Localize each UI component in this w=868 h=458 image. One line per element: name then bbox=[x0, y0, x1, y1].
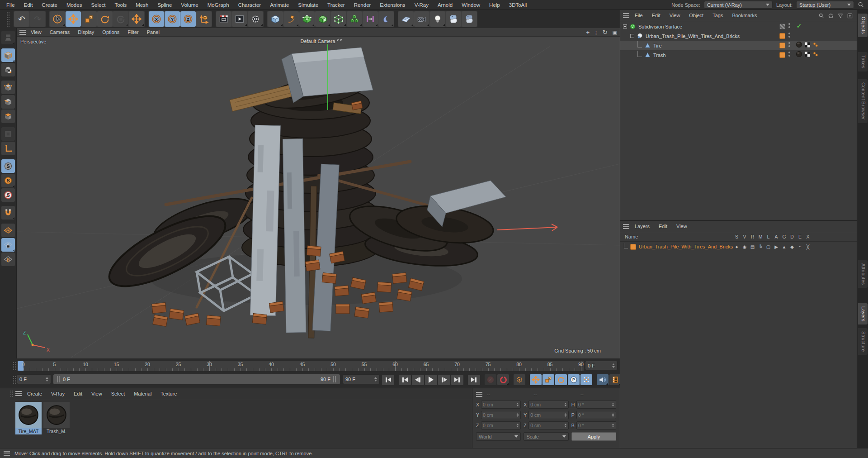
magnet-snap-button[interactable] bbox=[1, 206, 15, 219]
spinner-arrows-icon[interactable] bbox=[612, 413, 614, 417]
record-scale-toggle[interactable] bbox=[542, 374, 554, 385]
spline-primitive-button[interactable] bbox=[378, 11, 394, 27]
object-label[interactable]: Tire bbox=[653, 43, 662, 48]
visibility-dots[interactable] bbox=[788, 33, 790, 38]
undo-button[interactable]: ↶ bbox=[14, 11, 29, 27]
range-start-field[interactable]: 0 F bbox=[17, 374, 51, 384]
visibility-dots[interactable] bbox=[788, 52, 790, 57]
selection-tag-icon[interactable] bbox=[812, 42, 819, 48]
locked-workplane-button[interactable] bbox=[1, 238, 15, 252]
material-menu-v-ray[interactable]: V-Ray bbox=[47, 388, 69, 399]
layer-toggle-a[interactable]: ▶ bbox=[773, 242, 780, 252]
timeline-ruler[interactable]: 051015202530354045505560657075808590 bbox=[17, 360, 584, 372]
layer-chip[interactable] bbox=[779, 43, 785, 48]
render-view-button[interactable] bbox=[216, 11, 231, 27]
move-tool[interactable] bbox=[66, 11, 81, 27]
subdivision-surface-button[interactable] bbox=[299, 11, 315, 27]
filter-icon[interactable] bbox=[837, 13, 844, 19]
goto-end-button[interactable] bbox=[468, 375, 480, 385]
object-manager-menu-edit[interactable]: Edit bbox=[647, 10, 665, 21]
layers-menu-edit[interactable]: Edit bbox=[654, 221, 672, 232]
object-manager-menu-bookmarks[interactable]: Bookmarks bbox=[727, 10, 761, 21]
render-settings-button[interactable] bbox=[248, 11, 263, 27]
sound-button[interactable] bbox=[597, 374, 609, 385]
menu-extensions[interactable]: Extensions bbox=[375, 0, 410, 10]
object-label[interactable]: Urban_Trash_Pile_With_Tires_And_Bricks bbox=[646, 33, 740, 39]
menu-mesh[interactable]: Mesh bbox=[131, 0, 153, 10]
side-tab-takes[interactable]: Takes bbox=[858, 52, 868, 72]
menu-render[interactable]: Render bbox=[349, 0, 376, 10]
side-tab-attributes[interactable]: Attributes bbox=[858, 260, 868, 288]
viewport-menu-filter[interactable]: Filter bbox=[123, 28, 142, 37]
timeline-grip[interactable] bbox=[13, 362, 16, 371]
materials-grip[interactable] bbox=[10, 390, 13, 398]
viewport-canvas[interactable]: Z X Perspective Default Camera Grid Spac… bbox=[17, 37, 620, 358]
coordinate-field-h-2[interactable]: 0 ° bbox=[576, 401, 616, 409]
menu-icon[interactable] bbox=[19, 30, 26, 35]
range-handle-right[interactable] bbox=[333, 376, 336, 382]
menu-simulate[interactable]: Simulate bbox=[293, 0, 323, 10]
render-picture-viewer-button[interactable] bbox=[232, 11, 247, 27]
side-tab-structure[interactable]: Structure bbox=[858, 328, 868, 355]
spinner-arrows-icon[interactable] bbox=[517, 413, 519, 417]
object-row-subdivision-surface[interactable]: Subdivision Surface✓ bbox=[620, 22, 857, 31]
object-row-tire[interactable]: Tire bbox=[620, 41, 857, 50]
menu-mograph[interactable]: MoGraph bbox=[203, 0, 234, 10]
material-item[interactable]: Tire_MAT bbox=[15, 402, 42, 434]
menu-window[interactable]: Window bbox=[457, 0, 485, 10]
layer-chip[interactable] bbox=[779, 24, 785, 29]
next-frame-button[interactable] bbox=[438, 375, 450, 385]
material-menu-view[interactable]: View bbox=[87, 388, 107, 399]
menu-icon[interactable] bbox=[476, 392, 482, 397]
enabled-check-icon[interactable]: ✓ bbox=[797, 23, 802, 29]
menu-animate[interactable]: Animate bbox=[265, 0, 293, 10]
coordinate-field-y-0[interactable]: 0 cm bbox=[481, 411, 521, 419]
preview-range-slider[interactable]: 0 F 90 F bbox=[53, 374, 340, 384]
layout-select[interactable]: Startup (User) bbox=[796, 1, 854, 9]
layer-toggle-l[interactable]: ▢ bbox=[764, 242, 772, 252]
spinner-arrows-icon[interactable] bbox=[517, 403, 519, 406]
make-editable-button[interactable] bbox=[1, 31, 15, 44]
menu-icon[interactable] bbox=[15, 391, 22, 396]
side-tab-content-browser[interactable]: Content Browser bbox=[858, 79, 868, 123]
material-menu-texture[interactable]: Texture bbox=[156, 388, 181, 399]
layers-menu-layers[interactable]: Layers bbox=[630, 221, 654, 232]
layer-row[interactable]: Urban_Trash_Pile_With_Tires_And_Bricks●◉… bbox=[620, 242, 857, 252]
pan-icon[interactable]: + bbox=[586, 29, 590, 36]
play-button[interactable] bbox=[425, 375, 437, 385]
coordinate-field-p-2[interactable]: 0 ° bbox=[576, 411, 616, 419]
spinner-arrows-icon[interactable] bbox=[46, 377, 48, 382]
spinner-arrows-icon[interactable] bbox=[612, 363, 615, 368]
deformer-button[interactable] bbox=[331, 11, 346, 27]
coordinate-field-x-1[interactable]: 0 cm bbox=[528, 401, 568, 409]
range-handle-left[interactable] bbox=[57, 376, 60, 382]
snap-off-button[interactable]: S bbox=[1, 188, 15, 202]
snap-toggle-button[interactable]: S bbox=[1, 159, 15, 173]
object-manager-menu-file[interactable]: File bbox=[630, 10, 647, 21]
transform-mode-select[interactable]: Scale bbox=[524, 432, 568, 441]
menu-icon[interactable] bbox=[4, 451, 10, 456]
range-end-field[interactable]: 90 F bbox=[343, 374, 380, 384]
add-icon[interactable] bbox=[847, 13, 853, 19]
current-frame-field[interactable]: 0 F bbox=[585, 361, 618, 370]
uvw-tag-icon[interactable] bbox=[804, 42, 811, 48]
material-preview[interactable] bbox=[43, 402, 70, 428]
menu-icon[interactable] bbox=[623, 13, 629, 18]
layer-label[interactable]: Urban_Trash_Pile_With_Tires_And_Bricks bbox=[639, 244, 733, 249]
spinner-arrows-icon[interactable] bbox=[517, 424, 519, 427]
side-tab-objects[interactable]: Objects bbox=[858, 14, 868, 37]
apply-button[interactable]: Apply bbox=[571, 432, 616, 441]
menu-arnold[interactable]: Arnold bbox=[433, 0, 457, 10]
menu-spline[interactable]: Spline bbox=[153, 0, 176, 10]
axis-mode-button[interactable] bbox=[1, 142, 15, 155]
toolbar-grip[interactable] bbox=[6, 11, 10, 27]
object-label[interactable]: Trash bbox=[653, 52, 666, 58]
material-preview[interactable] bbox=[15, 402, 42, 428]
menu-select[interactable]: Select bbox=[86, 0, 110, 10]
search-icon[interactable] bbox=[858, 1, 864, 8]
prev-key-button[interactable] bbox=[399, 375, 411, 385]
side-tab-layers[interactable]: Layers bbox=[858, 303, 868, 324]
material-menu-edit[interactable]: Edit bbox=[69, 388, 87, 399]
layer-toggle-e[interactable]: ~ bbox=[796, 242, 804, 252]
layer-color-chip[interactable] bbox=[630, 244, 636, 250]
